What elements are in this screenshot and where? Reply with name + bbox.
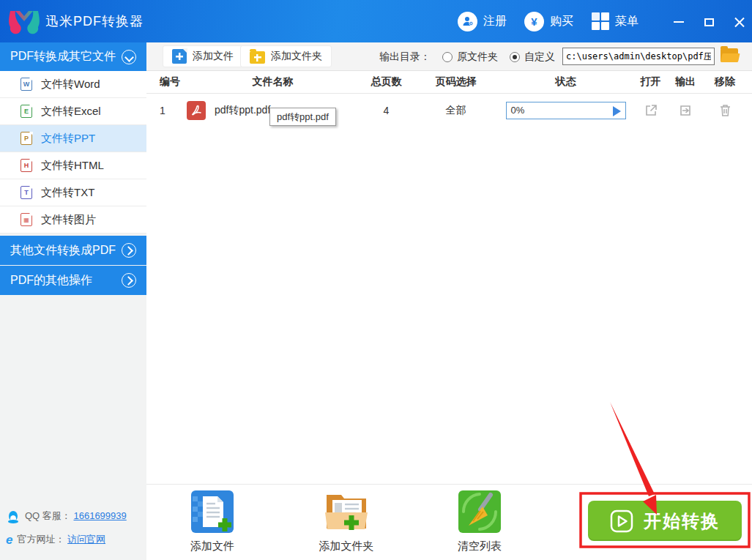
- section-label: 其他文件转换成PDF: [10, 243, 122, 258]
- sidebar-item-html[interactable]: H 文件转HTML: [0, 152, 146, 179]
- progress-value: 0%: [511, 105, 525, 116]
- col-header-num: 编号: [146, 75, 187, 89]
- maximize-button[interactable]: [698, 13, 720, 31]
- excel-doc-icon: E: [21, 105, 32, 118]
- add-file-icon: [172, 49, 187, 64]
- app-logo-icon: [7, 7, 41, 36]
- sidebar-item-label: 文件转HTML: [41, 159, 104, 173]
- clear-list-broom-icon: [458, 490, 501, 533]
- add-file-big-icon: [191, 490, 234, 533]
- close-button[interactable]: [729, 13, 751, 31]
- close-icon: [734, 17, 745, 27]
- page-range[interactable]: 全部: [414, 104, 498, 117]
- start-convert-label: 开始转换: [644, 509, 720, 533]
- chevron-down-icon: [122, 50, 136, 64]
- chevron-right-icon: [122, 273, 136, 288]
- register-button[interactable]: 注册: [458, 10, 507, 32]
- menu-label: 菜单: [615, 14, 639, 29]
- yen-icon: ¥: [524, 12, 544, 31]
- site-label: 官方网址：: [17, 534, 64, 545]
- sidebar: PDF转换成其它文件 W 文件转Word E 文件转Excel P 文件转PPT…: [0, 42, 146, 560]
- app-window: 迅米PDF转换器 注册 ¥ 购买 菜单 添加文件 添加文件夹 输出目录：: [0, 0, 752, 560]
- sidebar-item-word[interactable]: W 文件转Word: [0, 71, 146, 98]
- ie-icon: e: [6, 533, 12, 548]
- filename-tooltip: pdf转ppt.pdf: [269, 108, 336, 126]
- buy-label: 购买: [550, 14, 573, 29]
- radio-custom[interactable]: 自定义: [510, 51, 555, 64]
- menu-button[interactable]: 菜单: [592, 10, 639, 32]
- radio-custom-icon: [510, 52, 520, 62]
- sidebar-item-image[interactable]: ▦ 文件转图片: [0, 206, 146, 234]
- start-convert-button[interactable]: 开始转换: [588, 501, 742, 541]
- sidebar-item-label: 文件转Word: [41, 78, 100, 92]
- sidebar-section-other-to-pdf[interactable]: 其他文件转换成PDF: [0, 236, 146, 265]
- sidebar-item-label: 文件转TXT: [41, 186, 94, 200]
- register-label: 注册: [483, 14, 507, 29]
- toolbar: 添加文件 添加文件夹 输出目录： 原文件夹 自定义: [146, 42, 752, 71]
- section-label: PDF转换成其它文件: [10, 49, 122, 64]
- sidebar-item-ppt[interactable]: P 文件转PPT: [0, 125, 146, 152]
- image-icon: ▦: [21, 213, 32, 226]
- add-folder-big-icon: [324, 490, 369, 533]
- radio-original-label: 原文件夹: [457, 51, 498, 64]
- qq-support-line: QQ 客服： 1661699939: [6, 509, 145, 524]
- footer-clear-list-label: 清空列表: [458, 540, 502, 553]
- menu-grid-icon: [592, 12, 609, 30]
- row-num: 1: [146, 105, 187, 116]
- footer-add-folder-button[interactable]: 添加文件夹: [299, 490, 394, 553]
- radio-original-icon: [442, 52, 453, 62]
- footer-add-folder-label: 添加文件夹: [319, 540, 374, 553]
- col-header-pages: 总页数: [359, 75, 414, 89]
- output-dir-label: 输出目录：: [379, 51, 431, 64]
- title-bar: 迅米PDF转换器 注册 ¥ 购买 菜单: [0, 0, 752, 42]
- word-doc-icon: W: [21, 78, 32, 91]
- open-file-icon[interactable]: [644, 103, 658, 118]
- sidebar-menu: W 文件转Word E 文件转Excel P 文件转PPT H 文件转HTML …: [0, 71, 146, 234]
- col-header-output: 输出: [668, 75, 703, 89]
- browse-folder-icon[interactable]: [721, 48, 738, 62]
- play-icon[interactable]: [613, 106, 621, 116]
- add-folder-button[interactable]: 添加文件夹: [240, 45, 332, 67]
- sidebar-item-excel[interactable]: E 文件转Excel: [0, 98, 146, 125]
- add-folder-icon: [250, 51, 265, 64]
- col-header-remove: 移除: [703, 75, 747, 89]
- sidebar-item-label: 文件转Excel: [41, 105, 101, 119]
- col-header-open: 打开: [633, 75, 668, 89]
- register-user-icon: [458, 12, 477, 31]
- open-output-icon[interactable]: [678, 103, 693, 118]
- minimize-icon: [674, 21, 684, 23]
- footer-divider: [146, 484, 752, 485]
- footer-add-file-label: 添加文件: [190, 540, 234, 553]
- qq-label: QQ 客服：: [25, 510, 71, 521]
- progress-bar: 0%: [506, 102, 626, 119]
- file-name: pdf转ppt.pdf: [215, 104, 270, 117]
- footer-add-file-button[interactable]: 添加文件: [165, 490, 260, 553]
- qq-icon: [6, 509, 21, 524]
- footer-clear-list-button[interactable]: 清空列表: [432, 490, 527, 553]
- output-path-input[interactable]: [562, 48, 715, 65]
- sidebar-item-txt[interactable]: T 文件转TXT: [0, 179, 146, 206]
- official-site-link[interactable]: 访问官网: [67, 534, 105, 545]
- trash-icon[interactable]: [718, 103, 732, 118]
- add-file-button[interactable]: 添加文件: [163, 45, 243, 67]
- add-folder-label: 添加文件夹: [271, 50, 322, 63]
- table-row[interactable]: 1 pdf转ppt.pdf 4 全部 0%: [146, 94, 752, 127]
- col-header-filename: 文件名称: [187, 75, 359, 89]
- ppt-doc-icon: P: [21, 132, 32, 145]
- html-doc-icon: H: [21, 159, 32, 172]
- annotation-arrow-shaft: [610, 402, 655, 496]
- buy-button[interactable]: ¥ 购买: [524, 10, 573, 32]
- page-count: 4: [359, 105, 414, 116]
- chevron-right-icon: [122, 243, 136, 258]
- start-play-icon: [610, 509, 633, 533]
- col-header-status: 状态: [498, 75, 633, 89]
- pdf-file-icon: [187, 101, 206, 120]
- minimize-button[interactable]: [668, 13, 690, 31]
- radio-custom-label: 自定义: [524, 51, 555, 64]
- txt-doc-icon: T: [21, 186, 32, 199]
- app-title: 迅米PDF转换器: [45, 12, 144, 30]
- radio-original-folder[interactable]: 原文件夹: [442, 51, 498, 64]
- sidebar-section-pdf-ops[interactable]: PDF的其他操作: [0, 266, 146, 295]
- sidebar-section-pdf-to-other[interactable]: PDF转换成其它文件: [0, 42, 146, 71]
- qq-number-link[interactable]: 1661699939: [73, 510, 126, 521]
